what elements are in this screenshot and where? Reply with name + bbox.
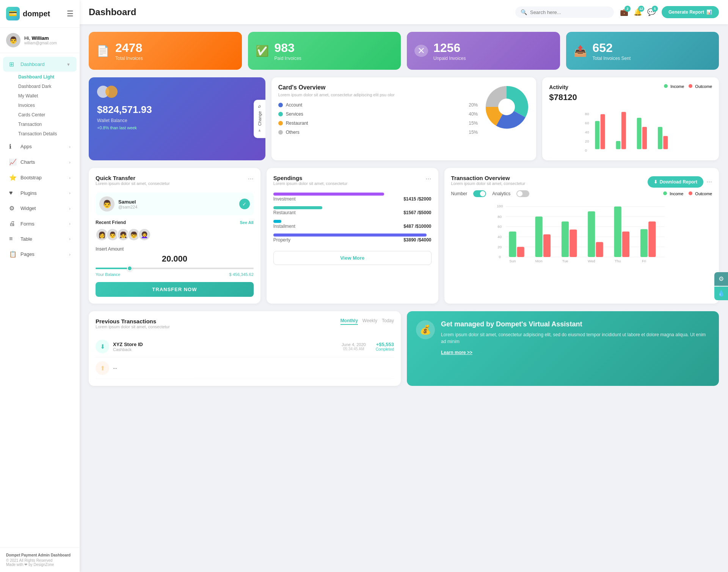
wallet-label: Wallet Balance — [97, 118, 257, 123]
subnav-transaction-details[interactable]: Transaction Details — [12, 129, 80, 138]
assistant-card: 💰 Get managed by Dompet's Virtual Assist… — [407, 311, 719, 386]
chat-icon-btn[interactable]: 💬 5 — [647, 8, 656, 16]
download-report-label: Download Report — [660, 179, 697, 185]
activity-card: Activity Income Outcome $78120 — [542, 77, 719, 160]
sidebar-item-dashboard[interactable]: ⊞ Dashboard ▼ — [3, 57, 77, 72]
filter-today[interactable]: Today — [382, 318, 394, 325]
sidebar-item-charts[interactable]: 📈 Charts › — [3, 155, 77, 169]
subnav-dashboard-dark[interactable]: Dashboard Dark — [12, 82, 80, 91]
restaurant-label: Restaurant — [286, 121, 466, 126]
dashboard-label: Dashboard — [20, 61, 45, 67]
restaurant-pct: 15% — [469, 121, 478, 126]
your-balance-label: Your Balance — [96, 272, 120, 277]
investment-row: Investment $1415 /$2000 — [273, 196, 431, 202]
subnav-invoices[interactable]: Invoices — [12, 101, 80, 110]
trans-time: 05:34:45 AM — [342, 347, 366, 351]
analytics-toggle[interactable] — [516, 190, 529, 197]
spendings-menu-button[interactable]: ··· — [426, 175, 431, 183]
svg-rect-38 — [622, 232, 629, 257]
friend-avatar-5[interactable]: 👩‍🦱 — [138, 228, 151, 241]
svg-rect-9 — [637, 118, 642, 149]
sidebar-item-plugins[interactable]: ♥ Plugins › — [3, 186, 77, 200]
number-toggle[interactable] — [473, 190, 486, 197]
filter-monthly[interactable]: Monthly — [340, 318, 358, 325]
overview-item-account: Account 20% — [278, 102, 478, 108]
svg-rect-40 — [648, 221, 656, 257]
previous-transactions-card: Previous Transactions Lorem ipsum dolor … — [89, 311, 401, 386]
chevron-right-icon: › — [69, 176, 71, 180]
chevron-right-icon: › — [69, 206, 71, 211]
hamburger-menu[interactable]: ☰ — [67, 9, 74, 18]
pie-chart-svg — [484, 84, 529, 130]
amount-slider[interactable] — [96, 268, 254, 269]
svg-text:80: 80 — [497, 215, 502, 219]
total-invoices-label: Total Invoices — [115, 56, 143, 61]
quick-transfer-menu-button[interactable]: ··· — [248, 175, 254, 183]
others-label: Others — [286, 130, 466, 135]
change-card-button[interactable]: ↻ Change ▼ — [254, 100, 265, 138]
restaurant-amount: $1567 /$5000 — [403, 210, 431, 215]
copyright: © 2021 All Rights Reserved — [6, 558, 74, 563]
trans-amount-block: +$5,553 Completed — [376, 342, 394, 351]
view-more-button[interactable]: View More — [273, 251, 431, 265]
subnav-dashboard-light[interactable]: Dashboard Light — [12, 72, 80, 81]
wallet-icon-btn[interactable]: 💼 2 — [620, 8, 628, 16]
transfer-user: 👨 Samuel @sam224 ✓ — [96, 193, 254, 215]
property-amount: $3890 /$4000 — [403, 237, 431, 243]
prev-trans-title-block: Previous Transactions Lorem ipsum dolor … — [96, 318, 170, 334]
sidebar-item-pages[interactable]: 📋 Pages › — [3, 247, 77, 262]
installment-amount: $487 /$10000 — [403, 224, 431, 229]
sidebar-item-forms[interactable]: 🖨 Forms › — [3, 216, 77, 231]
bell-icon-btn[interactable]: 🔔 12 — [634, 8, 642, 16]
water-side-button[interactable]: 💧 — [714, 287, 728, 300]
transaction-overview-menu-button[interactable]: ··· — [706, 178, 712, 186]
spending-installment: Installment $487 /$10000 — [273, 220, 431, 229]
sidebar-item-table[interactable]: ≡ Table › — [3, 232, 77, 246]
subnav-transaction[interactable]: Transaction — [12, 120, 80, 129]
subnav-cards-center[interactable]: Cards Center — [12, 110, 80, 119]
wallet-card: $824,571.93 Wallet Balance +0.8% than la… — [89, 77, 265, 160]
transfer-now-button[interactable]: TRANSFER NOW — [96, 282, 254, 297]
recent-friend-header: Recent Friend See All — [96, 220, 254, 225]
svg-text:Tue: Tue — [562, 259, 568, 263]
svg-text:40: 40 — [585, 130, 589, 134]
search-input[interactable] — [530, 9, 598, 15]
spendings-card: Spendings Lorem ipsum dolor sit amet, co… — [267, 168, 438, 304]
charts-icon: 📈 — [9, 158, 17, 166]
trans-date: June 4, 2020 — [342, 342, 366, 347]
friend-avatars: 👩 👨 👧 👦 👩‍🦱 — [96, 228, 254, 241]
outcome-legend-dot — [689, 191, 692, 195]
installment-label: Installment — [273, 224, 295, 229]
filter-weekly[interactable]: Weekly — [362, 318, 377, 325]
sidebar-item-widget[interactable]: ⚙ Widget › — [3, 201, 77, 216]
trans-item-2: ⬆ ··· — [96, 357, 394, 379]
unpaid-invoices-label: Unpaid Invoices — [433, 56, 466, 61]
see-all-link[interactable]: See All — [240, 220, 253, 225]
svg-rect-36 — [596, 242, 603, 257]
assistant-learn-more-link[interactable]: Learn more >> — [441, 350, 472, 355]
sidebar-item-apps[interactable]: ℹ Apps › — [3, 139, 77, 154]
sidebar-item-bootstrap[interactable]: ⭐ Bootstrap › — [3, 170, 77, 185]
download-report-button[interactable]: ⬇ Download Report — [648, 176, 703, 188]
svg-rect-35 — [588, 211, 595, 257]
stat-cards-row: 📄 2478 Total Invoices ✅ 983 Paid Invoice… — [89, 32, 719, 70]
others-pct: 15% — [469, 130, 478, 135]
search-bar[interactable]: 🔍 — [515, 6, 614, 18]
paid-invoices-icon: ✅ — [256, 45, 269, 57]
subnav-my-wallet[interactable]: My Wallet — [12, 91, 80, 100]
download-icon: ⬇ — [654, 179, 657, 185]
recent-friend-label: Recent Friend — [96, 220, 126, 225]
header: Dashboard 🔍 💼 2 🔔 12 💬 5 Generate Report… — [80, 0, 728, 24]
stat-card-unpaid-invoices: ✕ 1256 Unpaid Invoices — [407, 32, 560, 70]
bootstrap-icon: ⭐ — [9, 174, 17, 181]
generate-report-button[interactable]: Generate Report 📊 — [662, 6, 719, 18]
spendings-title-block: Spendings Lorem ipsum dolor sit amet, co… — [273, 175, 348, 191]
unpaid-invoices-icon: ✕ — [414, 45, 428, 57]
property-bar — [273, 234, 427, 237]
svg-rect-30 — [517, 247, 524, 257]
change-label: Change — [257, 111, 262, 126]
settings-side-button[interactable]: ⚙ — [714, 272, 728, 286]
charts-label: Charts — [20, 159, 35, 165]
activity-header: Activity Income Outcome — [549, 84, 712, 90]
trans-item-icon-2: ⬆ — [96, 361, 109, 375]
